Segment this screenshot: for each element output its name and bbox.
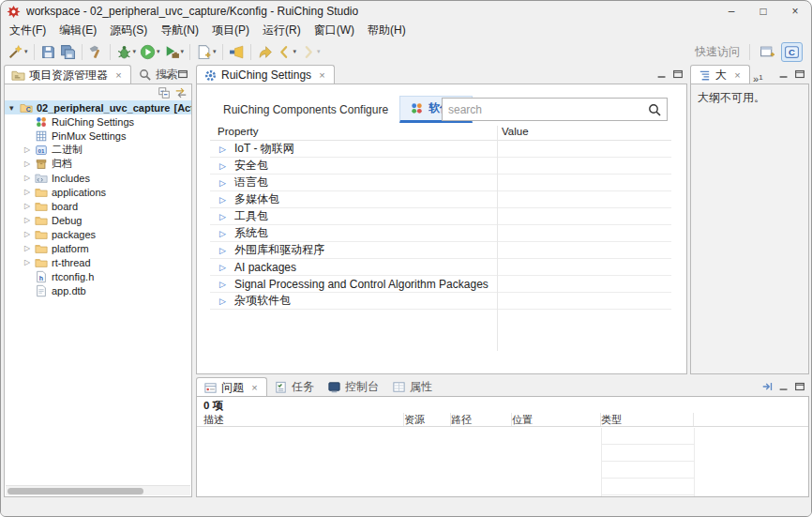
twistie-icon[interactable]: ▷ xyxy=(24,145,35,154)
property-row[interactable]: ▷Signal Processing and Control Algorithm… xyxy=(210,276,671,293)
pin-view-icon[interactable] xyxy=(761,380,774,393)
package-search-box[interactable] xyxy=(442,98,668,121)
editor-subtab-0[interactable]: RuiChing Components Configure xyxy=(214,96,398,123)
column-header[interactable]: 类型 xyxy=(601,413,694,426)
tab-ruiching-settings-editor[interactable]: RuiChing Settings × xyxy=(196,65,335,84)
horizontal-scrollbar[interactable] xyxy=(6,485,190,495)
build-button[interactable] xyxy=(86,41,106,62)
package-search-input[interactable] xyxy=(443,103,647,116)
expand-arrow-icon[interactable]: ▷ xyxy=(219,263,231,272)
twistie-icon[interactable]: ▷ xyxy=(24,244,35,252)
close-icon[interactable]: × xyxy=(113,69,124,81)
tab-properties[interactable]: 属性 xyxy=(385,377,439,397)
twistie-icon[interactable]: ▷ xyxy=(24,258,35,266)
forward-button[interactable]: ▾ xyxy=(298,41,323,62)
menu-item-7[interactable]: 帮助(H) xyxy=(361,21,413,40)
last-edit-button[interactable] xyxy=(255,41,275,62)
tree-item[interactable]: ▷board xyxy=(5,199,191,213)
close-icon[interactable]: × xyxy=(249,382,260,393)
expand-arrow-icon[interactable]: ▷ xyxy=(219,297,231,306)
property-row[interactable]: ▷外围库和驱动程序 xyxy=(210,242,671,259)
expand-arrow-icon[interactable]: ▷ xyxy=(219,246,231,255)
twistie-icon[interactable]: ▷ xyxy=(24,188,35,196)
link-with-editor-icon[interactable] xyxy=(174,86,188,99)
property-row[interactable]: ▷多媒体包 xyxy=(210,191,671,208)
tree-item[interactable]: ▷归档 xyxy=(5,157,191,171)
tree-item[interactable]: ▷applications xyxy=(5,185,191,199)
dropdown-caret-icon[interactable]: ▾ xyxy=(317,48,321,55)
property-column-header[interactable]: Property xyxy=(218,126,258,137)
maximize-view-icon[interactable] xyxy=(793,68,806,81)
property-row[interactable]: ▷杂项软件包 xyxy=(210,293,671,310)
menu-item-5[interactable]: 运行(R) xyxy=(256,21,308,40)
minimize-view-icon[interactable] xyxy=(777,68,790,81)
back-button[interactable]: ▾ xyxy=(275,41,299,62)
tree-item[interactable]: PinMux Settings xyxy=(5,129,191,143)
dropdown-caret-icon[interactable]: ▾ xyxy=(181,48,185,55)
property-row[interactable]: ▷系统包 xyxy=(210,225,671,242)
close-icon[interactable]: × xyxy=(732,69,743,81)
column-header[interactable]: 位置 xyxy=(512,413,601,426)
open-perspective-icon[interactable] xyxy=(759,44,775,60)
twistie-icon[interactable]: ▷ xyxy=(24,216,35,224)
dropdown-caret-icon[interactable]: ▾ xyxy=(293,48,297,55)
twistie-icon[interactable]: ▷ xyxy=(24,174,35,182)
maximize-view-icon[interactable] xyxy=(793,380,806,393)
menu-item-3[interactable]: 导航(N) xyxy=(154,21,205,40)
menu-item-4[interactable]: 项目(P) xyxy=(205,21,256,40)
property-row[interactable]: ▷安全包 xyxy=(210,158,671,175)
external-tools-button[interactable]: ▾ xyxy=(162,41,187,62)
collapse-all-icon[interactable] xyxy=(158,86,171,99)
column-header[interactable]: 资源 xyxy=(404,413,451,426)
menu-item-1[interactable]: 编辑(E) xyxy=(53,21,103,40)
tab-project-explorer[interactable]: 项目资源管理器 × xyxy=(4,65,131,84)
expand-arrow-icon[interactable]: ▷ xyxy=(219,144,231,154)
tree-item[interactable]: ▷rt-thread xyxy=(5,255,191,269)
dropdown-caret-icon[interactable]: ▾ xyxy=(24,48,28,55)
property-row[interactable]: ▷AI packages xyxy=(210,259,671,276)
dropdown-caret-icon[interactable]: ▾ xyxy=(213,48,217,55)
search-button[interactable] xyxy=(227,41,247,62)
tree-item[interactable]: ▾C02_peripheral_uvc_capture[Active xyxy=(5,100,191,114)
tab-outline[interactable]: 大 × xyxy=(690,65,750,84)
minimize-window-button[interactable]: – xyxy=(715,1,747,22)
minimize-view-icon[interactable] xyxy=(777,380,790,393)
expand-arrow-icon[interactable]: ▷ xyxy=(219,229,231,238)
close-window-button[interactable]: × xyxy=(779,1,811,22)
save-button[interactable] xyxy=(38,41,58,62)
maximize-view-icon[interactable] xyxy=(671,68,684,81)
property-row[interactable]: ▷工具包 xyxy=(210,208,671,225)
expand-arrow-icon[interactable]: ▷ xyxy=(219,195,231,205)
maximize-view-icon[interactable] xyxy=(176,68,189,81)
c-perspective-button[interactable]: C xyxy=(781,42,803,62)
new-wizard-button[interactable]: ▾ xyxy=(6,41,30,62)
twistie-icon[interactable]: ▷ xyxy=(24,160,35,168)
minimize-view-icon[interactable] xyxy=(160,68,173,81)
twistie-icon[interactable]: ▷ xyxy=(24,230,35,238)
debug-button[interactable]: ▾ xyxy=(114,41,139,62)
tree-item[interactable]: hrtconfig.h xyxy=(5,269,191,283)
dropdown-caret-icon[interactable]: ▾ xyxy=(157,48,160,55)
twistie-icon[interactable]: ▾ xyxy=(9,103,20,113)
column-header[interactable]: 描述 xyxy=(203,413,404,426)
property-row[interactable]: ▷IoT - 物联网 xyxy=(210,141,671,158)
expand-arrow-icon[interactable]: ▷ xyxy=(219,161,231,171)
tab-problems[interactable]: 问题× xyxy=(196,377,267,397)
magnifier-icon[interactable] xyxy=(647,102,662,117)
tab-console[interactable]: 控制台 xyxy=(321,377,385,397)
expand-arrow-icon[interactable]: ▷ xyxy=(219,178,231,188)
minimize-view-icon[interactable] xyxy=(655,68,669,81)
expand-arrow-icon[interactable]: ▷ xyxy=(219,212,231,221)
menu-item-0[interactable]: 文件(F) xyxy=(3,21,53,40)
maximize-window-button[interactable]: □ xyxy=(747,1,779,22)
quick-access-link[interactable]: 快速访问 xyxy=(695,44,740,60)
tab-overflow-chevron[interactable]: »1 xyxy=(750,70,766,84)
tree-item[interactable]: app.dtb xyxy=(5,283,191,297)
close-icon[interactable]: × xyxy=(317,69,327,81)
dropdown-caret-icon[interactable]: ▾ xyxy=(133,48,137,55)
tree-item[interactable]: RuiChing Settings xyxy=(5,114,191,129)
column-header[interactable]: 路径 xyxy=(451,413,512,426)
expand-arrow-icon[interactable]: ▷ xyxy=(219,280,231,289)
tree-item[interactable]: ▷01二进制 xyxy=(5,143,191,157)
property-row[interactable]: ▷语言包 xyxy=(210,175,671,191)
